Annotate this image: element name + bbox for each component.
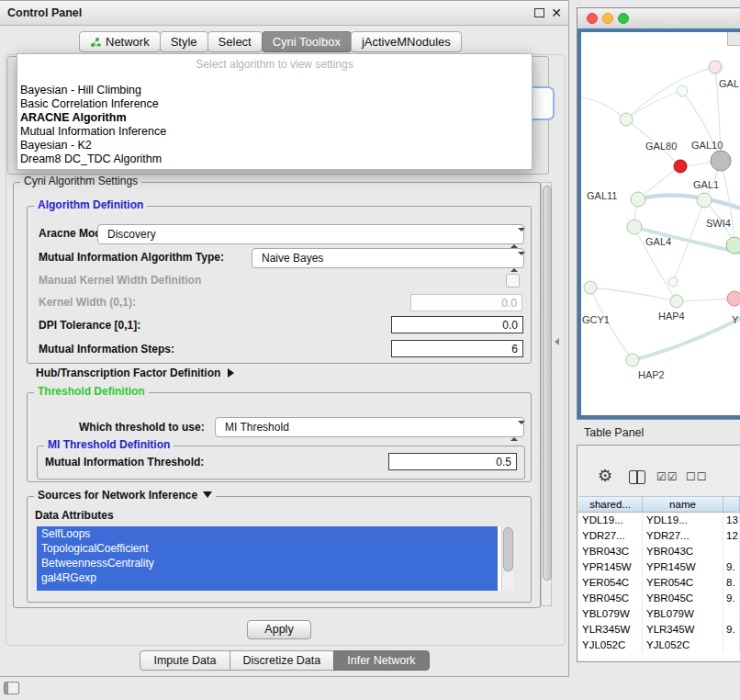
table-row[interactable]: YBR045CYBR045C9. <box>578 591 740 606</box>
list-item-clipped[interactable] <box>37 585 498 591</box>
table-row[interactable]: YJL052CYJL052C <box>578 638 740 653</box>
dpi-tolerance-label: DPI Tolerance [0,1]: <box>39 317 140 333</box>
minimize-traffic-light-icon[interactable] <box>602 13 613 24</box>
table-cell: YDR27... <box>578 528 643 544</box>
node-label: GAL1 <box>693 179 719 190</box>
float-window-icon[interactable] <box>534 8 544 17</box>
columns-icon[interactable] <box>629 470 645 484</box>
network-canvas-frame: GAL80 GAL10 GAL11 GAL1 SWI4 GAL4 GCY1 HA… <box>577 28 740 419</box>
network-edge <box>638 196 740 210</box>
table-cell: YLR345W <box>578 622 643 638</box>
mi-threshold-label: Mutual Information Threshold: <box>45 454 204 470</box>
hub-section-toggle[interactable]: Hub/Transcription Factor Definition <box>36 365 234 381</box>
dropdown-item[interactable]: Mutual Information Inference <box>17 125 532 139</box>
settings-scrollbar[interactable] <box>541 182 552 606</box>
table-cell: YPR145W <box>643 559 723 575</box>
aracne-mode-combobox[interactable]: Discovery <box>97 224 524 244</box>
network-node[interactable] <box>620 113 633 126</box>
table-row[interactable]: YER054CYER054C8. <box>578 575 740 591</box>
table-cell: 9. <box>723 559 740 575</box>
tab-select[interactable]: Select <box>207 31 263 52</box>
table-row[interactable]: YBL079WYBL079W <box>578 606 740 622</box>
network-node[interactable] <box>631 192 645 207</box>
table-row[interactable]: YDR27...YDR27...12 <box>578 528 740 544</box>
table-body: YDL19...YDL19...13YDR27...YDR27...12YBR0… <box>578 513 740 653</box>
apply-button[interactable]: Apply <box>247 620 311 639</box>
expand-arrow-icon <box>203 491 212 498</box>
splitter-collapse-icon[interactable] <box>555 338 559 345</box>
select-all-checkboxes-icon[interactable]: ☑☑ <box>656 470 678 483</box>
scrollbar-thumb[interactable] <box>503 527 513 571</box>
node-label: GAL4 <box>645 236 671 247</box>
combo-arrows-icon <box>510 229 518 240</box>
dropdown-item[interactable]: Bayesian - Hill Climbing <box>17 84 532 97</box>
control-panel-window: Control Panel ✕ Network Style Select C <box>0 0 569 677</box>
hub-section-label: Hub/Transcription Factor Definition <box>36 367 220 379</box>
which-threshold-combobox[interactable]: MI Threshold <box>215 417 524 437</box>
sources-group-title[interactable]: Sources for Network Inference <box>34 489 216 502</box>
list-item[interactable]: gal4RGexp <box>37 570 498 585</box>
network-node[interactable] <box>626 354 639 367</box>
threshold-definition-group: Threshold Definition Which threshold to … <box>27 392 532 482</box>
tab-infer-network[interactable]: Infer Network <box>333 650 429 671</box>
gear-icon[interactable]: ⚙ <box>598 468 612 484</box>
network-node[interactable] <box>697 193 712 208</box>
mi-type-combobox[interactable]: Naive Bayes <box>252 248 524 268</box>
dropdown-placeholder: Select algorithm to view settings <box>17 56 532 73</box>
close-traffic-light-icon[interactable] <box>587 13 598 24</box>
network-node[interactable] <box>670 295 683 308</box>
dropdown-item[interactable]: Dream8 DC_TDC Algorithm <box>17 152 532 166</box>
table-panel-title: Table Panel <box>584 426 644 439</box>
dropdown-item[interactable]: ARACNE Algorithm <box>17 111 532 125</box>
dpi-tolerance-input[interactable]: 0.0 <box>391 316 523 333</box>
column-header[interactable] <box>723 496 740 513</box>
table-cell: YPR145W <box>578 559 643 575</box>
column-header[interactable]: name <box>643 496 723 513</box>
network-node[interactable] <box>709 61 722 73</box>
table-row[interactable]: YLR345WYLR345W9. <box>578 622 740 638</box>
zoom-traffic-light-icon[interactable] <box>618 13 629 24</box>
network-edge <box>673 200 704 282</box>
network-node[interactable] <box>668 277 678 287</box>
network-node-pink[interactable] <box>727 291 740 306</box>
network-node[interactable] <box>677 85 688 96</box>
network-node[interactable] <box>584 281 597 294</box>
kernel-width-label: Kernel Width (0,1): <box>39 294 136 310</box>
data-attributes-list[interactable]: SelfLoops TopologicalCoefficient Between… <box>37 526 513 591</box>
tab-cyni-toolbox[interactable]: Cyni Toolbox <box>262 31 352 52</box>
node-label: SWI4 <box>706 218 731 229</box>
table-row[interactable]: YPR145WYPR145W9. <box>578 559 740 575</box>
control-panel-titlebar: Control Panel ✕ <box>0 1 568 26</box>
list-item[interactable]: TopologicalCoefficient <box>37 541 498 556</box>
mi-steps-input[interactable]: 6 <box>391 340 523 357</box>
list-item[interactable]: SelfLoops <box>37 526 498 541</box>
tab-discretize-data[interactable]: Discretize Data <box>230 650 335 671</box>
tab-network[interactable]: Network <box>79 31 161 52</box>
network-node[interactable] <box>627 220 642 234</box>
network-node[interactable] <box>726 237 740 254</box>
kernel-width-input[interactable]: 0.0 <box>410 294 522 311</box>
which-threshold-label: Which threshold to use: <box>79 419 205 435</box>
manual-kernel-checkbox[interactable] <box>506 274 520 288</box>
table-row[interactable]: YBR043CYBR043C <box>578 544 740 559</box>
tab-label: Network <box>106 32 150 51</box>
mi-threshold-input[interactable]: 0.5 <box>388 453 517 470</box>
dropdown-item[interactable]: Bayesian - K2 <box>17 139 532 152</box>
network-node-red[interactable] <box>674 160 687 173</box>
network-node-gray[interactable] <box>711 151 731 171</box>
dropdown-item[interactable]: Basic Correlation Inference <box>17 97 532 111</box>
tab-jactivemnodules[interactable]: jActiveMNodules <box>351 31 462 52</box>
combo-arrows-icon <box>510 422 518 433</box>
scrollbar-thumb[interactable] <box>543 186 552 581</box>
close-icon[interactable]: ✕ <box>551 5 562 21</box>
tab-impute-data[interactable]: Impute Data <box>140 650 230 671</box>
floating-panel-icon[interactable] <box>4 682 19 694</box>
mi-threshold-definition-group: MI Threshold Definition Mutual Informati… <box>37 446 525 480</box>
table-row[interactable]: YDL19...YDL19...13 <box>578 513 740 528</box>
clear-all-checkboxes-icon[interactable]: ☐☐ <box>686 470 708 483</box>
column-header[interactable]: shared... <box>578 496 643 513</box>
list-item[interactable]: BetweennessCentrality <box>37 556 498 570</box>
list-scrollbar[interactable] <box>501 526 513 591</box>
tab-style[interactable]: Style <box>160 31 208 52</box>
network-canvas[interactable]: GAL80 GAL10 GAL11 GAL1 SWI4 GAL4 GCY1 HA… <box>581 32 740 415</box>
